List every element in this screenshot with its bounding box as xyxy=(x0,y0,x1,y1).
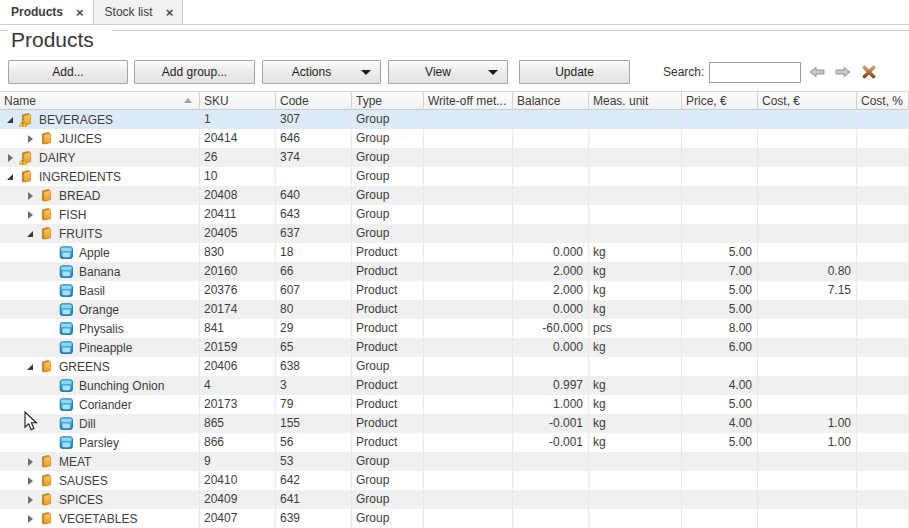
item-name: Parsley xyxy=(79,434,119,452)
column-header-meas[interactable]: Meas. unit xyxy=(589,92,682,109)
cell-price xyxy=(682,110,758,129)
cell-cost_eur: 1.00 xyxy=(758,414,857,433)
cell-writeoff xyxy=(424,452,513,471)
tree-row-bread[interactable]: BREAD20408640Group xyxy=(0,186,909,205)
cell-balance: 0.997 xyxy=(513,376,589,395)
column-header-label: Cost, € xyxy=(762,94,800,108)
item-name: MEAT xyxy=(59,453,91,471)
view-button[interactable]: View xyxy=(388,60,508,84)
search-next-arrow-icon[interactable] xyxy=(835,66,851,78)
cell-balance xyxy=(513,490,589,509)
add-group-button[interactable]: Add group... xyxy=(134,60,255,84)
tree-row-orange[interactable]: Orange2017480Product0.000kg5.00 xyxy=(0,300,909,319)
cell-balance xyxy=(513,129,589,148)
folder-icon xyxy=(39,473,54,488)
expander-expand-icon[interactable] xyxy=(23,512,37,526)
expander-collapse-icon[interactable] xyxy=(23,360,37,374)
tree-row-meat[interactable]: MEAT953Group xyxy=(0,452,909,471)
cell-meas: pcs xyxy=(589,319,682,338)
cell-name: MEAT xyxy=(0,452,200,471)
expander-expand-icon[interactable] xyxy=(23,474,37,488)
column-header-type[interactable]: Type xyxy=(352,92,424,109)
cell-sku: 20173 xyxy=(200,395,276,414)
expander-collapse-icon[interactable] xyxy=(3,113,17,127)
expander-expand-icon[interactable] xyxy=(23,455,37,469)
tree-row-fish[interactable]: FISH20411643Group xyxy=(0,205,909,224)
close-icon[interactable]: × xyxy=(166,6,174,19)
cell-sku: 841 xyxy=(200,319,276,338)
close-icon[interactable]: × xyxy=(76,6,84,19)
column-header-sku[interactable]: SKU xyxy=(200,92,276,109)
expander-expand-icon[interactable] xyxy=(23,208,37,222)
tree-row-greens[interactable]: GREENS20406638Group xyxy=(0,357,909,376)
column-header-balance[interactable]: Balance xyxy=(513,92,589,109)
cell-code xyxy=(276,167,352,186)
product-icon xyxy=(59,435,74,450)
product-icon xyxy=(59,302,74,317)
cell-meas xyxy=(589,110,682,129)
cell-code: 18 xyxy=(276,243,352,262)
tab-products[interactable]: Products × xyxy=(0,0,94,24)
tree-row-dill[interactable]: Dill865155Product-0.001kg4.001.00 xyxy=(0,414,909,433)
expander-collapse-icon[interactable] xyxy=(23,227,37,241)
expander-expand-icon[interactable] xyxy=(23,189,37,203)
tree-row-fruits[interactable]: FRUITS20405637Group xyxy=(0,224,909,243)
column-header-code[interactable]: Code xyxy=(276,92,352,109)
tree-row-juices[interactable]: JUICES20414646Group xyxy=(0,129,909,148)
tree-row-dairy[interactable]: DAIRY26374Group xyxy=(0,148,909,167)
tree-row-banana[interactable]: Banana2016066Product2.000kg7.000.80 xyxy=(0,262,909,281)
add-button[interactable]: Add... xyxy=(8,60,128,84)
cell-balance: -0.001 xyxy=(513,433,589,452)
cell-meas xyxy=(589,129,682,148)
tree-row-vegetables[interactable]: VEGETABLES20407639Group xyxy=(0,509,909,528)
item-name: DAIRY xyxy=(39,149,75,167)
cell-price xyxy=(682,471,758,490)
tree-row-bunching-onion[interactable]: Bunching Onion43Product0.997kg4.00 xyxy=(0,376,909,395)
cell-meas xyxy=(589,167,682,186)
tree-row-coriander[interactable]: Coriander2017379Product1.000kg5.00 xyxy=(0,395,909,414)
tab-stock-list[interactable]: Stock list × xyxy=(94,0,184,24)
cell-writeoff xyxy=(424,490,513,509)
product-icon xyxy=(59,321,74,336)
column-header-cost_eur[interactable]: Cost, € xyxy=(758,92,857,109)
product-icon xyxy=(59,378,74,393)
cell-type: Product xyxy=(352,281,424,300)
search-label: Search: xyxy=(663,65,704,79)
column-header-cost_pct[interactable]: Cost, % xyxy=(857,92,909,109)
tree-row-spices[interactable]: SPICES20409641Group xyxy=(0,490,909,509)
tree-row-beverages[interactable]: BEVERAGES1307Group xyxy=(0,110,909,129)
expander-collapse-icon[interactable] xyxy=(3,170,17,184)
tree-row-apple[interactable]: Apple83018Product0.000kg5.00 xyxy=(0,243,909,262)
item-name: SPICES xyxy=(59,491,103,509)
cell-cost_pct xyxy=(857,186,909,205)
column-header-writeoff[interactable]: Write-off met... xyxy=(424,92,513,109)
search-prev-arrow-icon[interactable] xyxy=(809,66,825,78)
cell-code: 155 xyxy=(276,414,352,433)
cell-code: 640 xyxy=(276,186,352,205)
tree-row-parsley[interactable]: Parsley86656Product-0.001kg5.001.00 xyxy=(0,433,909,452)
column-header-price[interactable]: Price, € xyxy=(682,92,758,109)
tree-row-sauses[interactable]: SAUSES20410642Group xyxy=(0,471,909,490)
expander-expand-icon[interactable] xyxy=(23,493,37,507)
expander-expand-icon[interactable] xyxy=(3,151,17,165)
cell-code: 637 xyxy=(276,224,352,243)
dropdown-caret-icon xyxy=(488,70,498,75)
cell-cost_pct xyxy=(857,433,909,452)
search-clear-icon[interactable] xyxy=(862,65,876,79)
cell-meas xyxy=(589,224,682,243)
update-button[interactable]: Update xyxy=(519,60,630,84)
column-header-name[interactable]: Name xyxy=(0,92,200,109)
folder-icon xyxy=(39,131,54,146)
tree-row-ingredients[interactable]: INGREDIENTS10Group xyxy=(0,167,909,186)
tree-row-basil[interactable]: Basil20376607Product2.000kg5.007.15 xyxy=(0,281,909,300)
cell-balance xyxy=(513,471,589,490)
cell-sku: 20408 xyxy=(200,186,276,205)
cell-meas xyxy=(589,205,682,224)
tree-row-pineapple[interactable]: Pineapple2015965Product0.000kg6.00 xyxy=(0,338,909,357)
tree-row-physalis[interactable]: Physalis84129Product-60.000pcs8.00 xyxy=(0,319,909,338)
expander-spacer xyxy=(43,303,57,317)
search-input[interactable] xyxy=(709,62,801,83)
actions-button[interactable]: Actions xyxy=(262,60,381,84)
expander-expand-icon[interactable] xyxy=(23,132,37,146)
cell-price: 5.00 xyxy=(682,281,758,300)
